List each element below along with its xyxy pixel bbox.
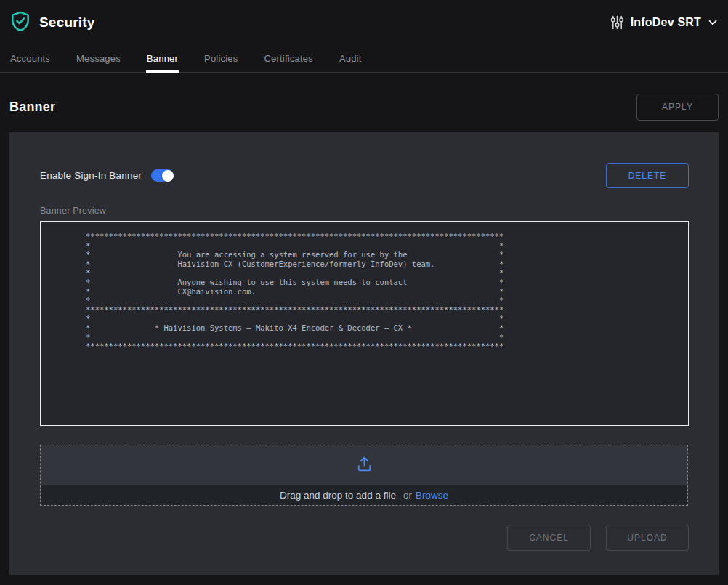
enable-banner-label: Enable Sign-In Banner xyxy=(40,170,142,181)
upload-button[interactable]: UPLOAD xyxy=(606,525,689,551)
banner-preview-text: ****************************************… xyxy=(40,221,689,426)
file-dropzone[interactable]: Drag and drop to add a file or Browse xyxy=(40,445,688,506)
sliders-icon xyxy=(610,15,624,30)
drag-drop-text: Drag and drop to add a file xyxy=(280,490,396,501)
tab-certificates[interactable]: Certificates xyxy=(263,45,313,73)
or-text: or xyxy=(403,490,412,501)
cancel-button[interactable]: CANCEL xyxy=(507,525,591,551)
tab-accounts[interactable]: Accounts xyxy=(9,45,51,73)
toggle-knob xyxy=(162,170,174,182)
security-page: Security InfoDev SRT Accoun xyxy=(0,0,728,585)
dropzone-text-strip: Drag and drop to add a file or Browse xyxy=(41,485,687,505)
app-header: Security InfoDev SRT xyxy=(0,0,728,45)
device-selector[interactable]: InfoDev SRT xyxy=(610,15,718,30)
chevron-down-icon xyxy=(708,18,718,27)
upload-icon xyxy=(355,454,374,477)
security-shield-icon xyxy=(9,10,31,35)
tab-banner[interactable]: Banner xyxy=(146,45,179,73)
tab-audit[interactable]: Audit xyxy=(339,45,363,73)
banner-preview-label: Banner Preview xyxy=(40,206,689,216)
apply-button[interactable]: APPLY xyxy=(636,94,719,121)
browse-link[interactable]: Browse xyxy=(416,490,448,501)
enable-banner-toggle[interactable] xyxy=(151,169,174,182)
delete-button[interactable]: DELETE xyxy=(606,163,689,188)
tab-bar: Accounts Messages Banner Policies Certif… xyxy=(0,45,728,73)
enable-banner-group: Enable Sign-In Banner xyxy=(40,169,174,182)
dropzone-icon-area xyxy=(41,445,687,485)
app-title: Security xyxy=(39,15,95,31)
tab-messages[interactable]: Messages xyxy=(76,45,121,73)
tab-policies[interactable]: Policies xyxy=(203,45,238,73)
action-buttons: CANCEL UPLOAD xyxy=(40,525,689,551)
toggle-row: Enable Sign-In Banner DELETE xyxy=(40,163,689,188)
device-name: InfoDev SRT xyxy=(631,16,701,29)
banner-panel: Enable Sign-In Banner DELETE Banner Prev… xyxy=(9,132,719,575)
title-row: Banner APPLY xyxy=(0,73,728,132)
brand: Security xyxy=(9,10,95,35)
section-title: Banner xyxy=(9,100,55,115)
